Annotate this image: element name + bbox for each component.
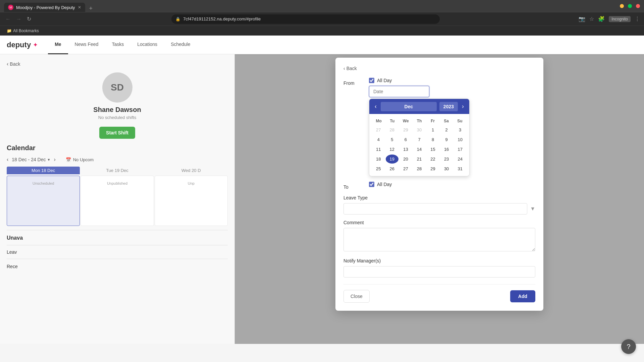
nav-tab-news-feed[interactable]: News Feed [68,36,105,54]
from-allday-checkbox[interactable] [369,78,374,83]
leave-label: Leav [7,249,17,255]
cal-next-button[interactable]: › [54,157,55,163]
cal-day-18[interactable]: 18 [372,155,385,164]
right-panel: ‹ Back From All Day [235,54,644,344]
forward-nav-button[interactable]: → [15,15,23,23]
to-allday-label: All Day [377,182,392,187]
close-button[interactable]: Close [343,290,370,303]
maximize-button[interactable] [628,4,632,8]
toolbar-right: 📷 ☆ 🧩 Incognito ⋮ [579,16,640,22]
cal-day-24[interactable]: 24 [453,155,467,164]
cal-day-25[interactable]: 25 [372,164,385,173]
cal-day-2[interactable]: 2 [440,125,453,134]
cal-day-27-prev[interactable]: 27 [372,125,385,134]
active-tab[interactable]: M Moodjoy - Powered By Deputy ✕ [4,3,85,12]
cal-picker-year-button[interactable]: 2023 [439,102,458,111]
cal-day-31[interactable]: 31 [453,164,467,173]
top-nav: deputy ✦ Me News Feed Tasks Locations Sc… [0,36,644,54]
cal-day-28-prev[interactable]: 28 [386,125,399,134]
cal-day-26[interactable]: 26 [386,164,399,173]
cal-day-23[interactable]: 23 [440,155,453,164]
from-allday-label: All Day [377,78,392,83]
nav-tab-schedule[interactable]: Schedule [164,36,197,54]
cal-day-12[interactable]: 12 [386,145,399,154]
cal-prev-button[interactable]: ‹ [7,157,8,163]
add-button[interactable]: Add [510,290,535,302]
cal-day-20[interactable]: 20 [399,155,412,164]
bookmarks-label: All Bookmarks [13,28,39,33]
cal-picker-month-button[interactable]: Dec [381,102,437,111]
cal-day-30-prev[interactable]: 30 [413,125,426,134]
cal-day-30[interactable]: 30 [440,164,453,173]
nav-tab-me[interactable]: Me [48,36,68,54]
cal-day-29[interactable]: 29 [426,164,439,173]
leave-type-input[interactable] [343,203,527,215]
bookmarks-item[interactable]: 📁 All Bookmarks [4,28,42,33]
back-nav-button[interactable]: ← [4,15,12,23]
calendar-icon: 📅 [66,157,71,162]
nav-tab-locations[interactable]: Locations [130,36,164,54]
cal-day-9[interactable]: 9 [440,135,453,144]
calendar-controls: ‹ 18 Dec - 24 Dec ▼ › 📅 No Upcom [7,157,228,163]
cal-day-7[interactable]: 7 [413,135,426,144]
cal-day-13[interactable]: 13 [399,145,412,154]
to-allday-checkbox[interactable] [369,182,374,187]
close-window-button[interactable] [636,4,640,8]
cal-day-21[interactable]: 21 [413,155,426,164]
to-row: To All Day [343,182,535,190]
cal-day-17[interactable]: 17 [453,145,467,154]
new-tab-button[interactable]: + [87,5,96,12]
cal-range-selector[interactable]: 18 Dec - 24 Dec ▼ [12,157,50,162]
star-icon[interactable]: ☆ [589,16,594,22]
cal-day-14[interactable]: 14 [413,145,426,154]
day-header-mon-text: Mon 18 Dec [32,168,55,173]
left-back-button[interactable]: ‹ Back [7,61,228,67]
comment-textarea[interactable] [343,228,535,251]
cal-day-6[interactable]: 6 [399,135,412,144]
cal-day-5[interactable]: 5 [386,135,399,144]
start-shift-label: Start Shift [106,130,128,135]
no-upcoming-text: No Upcom [73,157,94,162]
unavail-title: Unava [7,235,228,241]
cal-day-27[interactable]: 27 [399,164,412,173]
cal-day-10[interactable]: 10 [453,135,467,144]
address-bar[interactable]: 🔒 7cf47d19112152.na.deputy.com/#profile [171,14,440,24]
profile-name: Shane Dawson [93,106,141,114]
cal-day-16[interactable]: 16 [440,145,453,154]
cal-range-dropdown-icon: ▼ [47,158,51,162]
leave-type-dropdown-icon[interactable]: ▼ [530,206,535,212]
minimize-button[interactable] [620,4,624,8]
bookmarks-folder-icon: 📁 [7,28,12,33]
cal-picker-body: Mo Tu We Th Fr Sa Su [369,114,469,176]
tab-close-icon[interactable]: ✕ [78,5,81,10]
cal-day-19[interactable]: 19 [386,155,399,164]
profile-sub: No scheduled shifts [98,115,136,120]
from-date-input[interactable] [369,86,429,97]
day-header-tue-text: Tue 19 Dec [106,168,128,173]
cal-day-1[interactable]: 1 [426,125,439,134]
modal-back-button[interactable]: ‹ Back [343,66,535,71]
day-columns: Unscheduled Unpublished Unp [7,176,228,226]
cal-day-22[interactable]: 22 [426,155,439,164]
cal-day-8[interactable]: 8 [426,135,439,144]
cal-range-text: 18 Dec - 24 Dec [12,157,46,162]
lock-icon: 🔒 [175,17,180,21]
cal-day-29-prev[interactable]: 29 [399,125,412,134]
cal-day-3[interactable]: 3 [453,125,467,134]
extension-icon[interactable]: 🧩 [598,16,605,22]
start-shift-button[interactable]: Start Shift [99,127,135,139]
notify-managers-input[interactable] [343,266,535,278]
menu-icon[interactable]: ⋮ [635,16,640,22]
leave-type-section: Leave Type ▼ [343,195,535,215]
cal-picker-next-button[interactable]: › [459,102,467,111]
cal-day-28[interactable]: 28 [413,164,426,173]
leave-type-label: Leave Type [343,195,535,200]
reload-button[interactable]: ↻ [25,14,33,23]
cal-picker-prev-button[interactable]: ‹ [372,102,379,111]
nav-tab-tasks[interactable]: Tasks [105,36,130,54]
cal-day-11[interactable]: 11 [372,145,385,154]
cal-picker-dow: Mo Tu We Th Fr Sa Su [372,117,467,125]
cal-day-15[interactable]: 15 [426,145,439,154]
nav-tabs: Me News Feed Tasks Locations Schedule [48,36,197,54]
cal-day-4[interactable]: 4 [372,135,385,144]
